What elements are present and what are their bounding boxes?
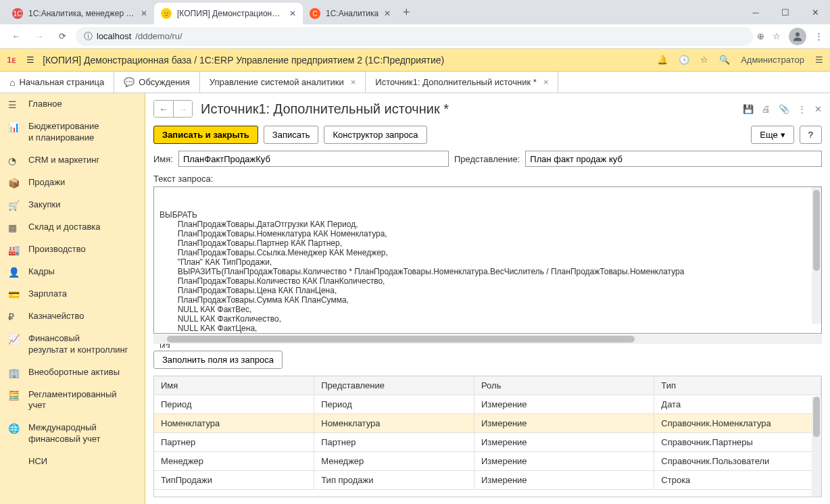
query-box[interactable]: ВЫБРАТЬ ПланПродажТовары.ДатаОтгрузки КА… <box>153 186 822 334</box>
back-button[interactable]: ← <box>7 27 26 46</box>
sidebar-item-crm[interactable]: ◔CRM и маркетинг <box>0 149 145 172</box>
history-icon[interactable]: 🕓 <box>679 55 689 65</box>
chrome-menu-icon[interactable]: ⋮ <box>814 31 823 41</box>
sidebar-item-treasury[interactable]: ₽Казначейство <box>0 305 145 328</box>
more-button[interactable]: Еще▾ <box>751 126 794 144</box>
app-menu-icon[interactable]: ☰ <box>815 55 823 65</box>
print-icon[interactable]: 🖨 <box>762 104 771 114</box>
home-icon: ⌂ <box>9 77 15 88</box>
new-tab-button[interactable]: + <box>397 5 416 20</box>
browser-tab-0[interactable]: 1С 1С:Аналитика, менеджер подк ✕ <box>5 3 154 24</box>
sidebar-item-production[interactable]: 🏭Производство <box>0 238 145 261</box>
table-cell: Партнер <box>154 433 314 452</box>
main-tab-home[interactable]: ⌂ Начальная страница <box>0 72 114 93</box>
calc-icon: 🧮 <box>8 390 20 401</box>
help-button[interactable]: ? <box>800 126 822 144</box>
name-input[interactable] <box>178 151 449 167</box>
table-cell: Измерение <box>474 452 654 471</box>
profile-avatar[interactable] <box>789 28 806 45</box>
nav-back-button[interactable]: ← <box>154 101 173 117</box>
star-icon[interactable]: ☆ <box>700 55 708 65</box>
save-icon[interactable]: 💾 <box>743 104 754 114</box>
sidebar-item-accounting[interactable]: 🧮Регламентированный учет <box>0 384 145 418</box>
favicon-2: C <box>310 8 320 19</box>
col-presentation[interactable]: Представление <box>314 376 474 395</box>
table-row[interactable]: ТипПродажиТип продажиИзмерениеСтрока <box>154 471 821 490</box>
col-name[interactable]: Имя <box>154 376 314 395</box>
install-icon[interactable]: ⊕ <box>757 31 764 41</box>
query-builder-button[interactable]: Конструктор запроса <box>324 126 426 144</box>
bell-icon[interactable]: 🔔 <box>657 55 668 65</box>
sales-icon: 📦 <box>8 178 20 188</box>
cart-icon: 🛒 <box>8 200 20 211</box>
sidebar-item-intl[interactable]: 🌐Международный финансовый учет <box>0 417 145 451</box>
factory-icon: 🏭 <box>8 245 20 255</box>
browser-tab-1[interactable]: 🙂 [КОПИЯ] Демонстрационная ба ✕ <box>154 3 303 24</box>
sidebar-item-assets[interactable]: 🏢Внеоборотные активы <box>0 361 145 384</box>
logo-1c: 1ᴇ <box>7 55 16 65</box>
main-tab-source[interactable]: Источник1: Дополнительный источник * × <box>366 72 558 93</box>
chevron-down-icon: ▾ <box>781 130 785 140</box>
table-row[interactable]: НоменклатураНоменклатураИзмерениеСправоч… <box>154 414 821 433</box>
fields-table: Имя Представление Роль Тип ПериодПериодИ… <box>153 376 822 497</box>
table-row[interactable]: ПериодПериодИзмерениеДата <box>154 395 821 414</box>
search-icon[interactable]: 🔍 <box>719 55 730 65</box>
url-field[interactable]: ⓘ localhost/dddemo/ru/ <box>76 27 753 46</box>
info-icon: ⓘ <box>84 30 93 43</box>
scrollbar-thumb[interactable] <box>167 336 635 343</box>
presentation-input[interactable] <box>525 151 822 167</box>
query-vscrollbar[interactable] <box>812 187 821 324</box>
bookmark-star-icon[interactable]: ☆ <box>773 31 781 41</box>
hamburger-icon[interactable]: ☰ <box>26 55 34 65</box>
table-row[interactable]: ПартнерПартнерИзмерениеСправочник.Партне… <box>154 433 821 452</box>
sidebar-item-main[interactable]: ☰Главное <box>0 93 145 116</box>
table-header-row: Имя Представление Роль Тип <box>154 376 821 395</box>
scrollbar-thumb[interactable] <box>813 397 820 437</box>
table-vscrollbar[interactable] <box>812 397 821 497</box>
table-cell: Период <box>314 395 474 414</box>
sidebar-item-budget[interactable]: 📊Бюджетирование и планирование <box>0 116 145 149</box>
minimize-icon[interactable]: ─ <box>741 0 771 24</box>
save-close-button[interactable]: Записать и закрыть <box>153 126 258 144</box>
name-label: Имя: <box>153 154 173 164</box>
sidebar-item-nsi[interactable]: НСИ <box>0 451 145 473</box>
query-hscrollbar[interactable] <box>153 334 822 344</box>
sidebar-item-warehouse[interactable]: ▦Склад и доставка <box>0 216 145 238</box>
scrollbar-thumb[interactable] <box>813 190 820 271</box>
main-tab-3-label: Источник1: Дополнительный источник * <box>375 77 537 87</box>
table-cell: Измерение <box>474 395 654 414</box>
save-button[interactable]: Записать <box>264 126 319 144</box>
warehouse-icon: ▦ <box>8 222 20 233</box>
close-tab-icon[interactable]: × <box>351 77 356 87</box>
sidebar-item-purchases[interactable]: 🛒Закупки <box>0 194 145 216</box>
col-role[interactable]: Роль <box>474 376 654 395</box>
browser-tab-2[interactable]: C 1С:Аналитика ✕ <box>303 3 397 24</box>
table-cell: Номенклатура <box>314 414 474 433</box>
close-tab-2-icon[interactable]: ✕ <box>384 9 391 18</box>
app-body: ☰Главное 📊Бюджетирование и планирование … <box>0 93 830 504</box>
forward-button[interactable]: → <box>30 27 49 46</box>
close-content-icon[interactable]: ✕ <box>814 104 822 114</box>
sidebar-item-finresult[interactable]: 📈Финансовый результат и контроллинг <box>0 328 145 361</box>
close-tab-1-icon[interactable]: ✕ <box>289 9 296 18</box>
nav-forward-button[interactable]: → <box>173 101 192 117</box>
main-tab-discussions[interactable]: 💬 Обсуждения <box>114 72 200 93</box>
maximize-icon[interactable]: ☐ <box>771 0 800 24</box>
table-row[interactable]: МенеджерМенеджерИзмерениеСправочник.Поль… <box>154 452 821 471</box>
more-vert-icon[interactable]: ⋮ <box>798 104 806 114</box>
budget-icon: 📊 <box>8 122 20 132</box>
table-cell: Дата <box>654 395 821 414</box>
close-tab-icon[interactable]: × <box>543 77 549 87</box>
query-label: Текст запроса: <box>153 174 822 184</box>
user-label[interactable]: Администратор <box>741 55 804 65</box>
ruble-icon: ₽ <box>8 311 20 322</box>
main-tab-analytics[interactable]: Управление системой аналитики × <box>200 72 366 93</box>
sidebar-item-salary[interactable]: 💳Зарплата <box>0 283 145 305</box>
sidebar-item-sales[interactable]: 📦Продажи <box>0 172 145 194</box>
sidebar-item-hr[interactable]: 👤Кадры <box>0 261 145 283</box>
close-window-icon[interactable]: ✕ <box>800 0 830 24</box>
attach-icon[interactable]: 📎 <box>779 104 789 114</box>
reload-button[interactable]: ⟳ <box>53 27 72 46</box>
col-type[interactable]: Тип <box>654 376 821 395</box>
close-tab-0-icon[interactable]: ✕ <box>141 9 147 18</box>
